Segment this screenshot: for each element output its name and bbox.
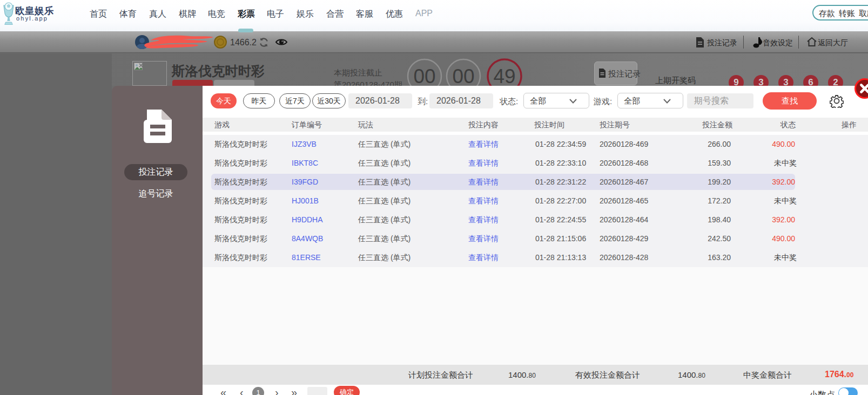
svg-text:00: 00 — [413, 65, 435, 86]
svg-text:49: 49 — [493, 65, 515, 86]
svg-text:00: 00 — [452, 65, 474, 86]
